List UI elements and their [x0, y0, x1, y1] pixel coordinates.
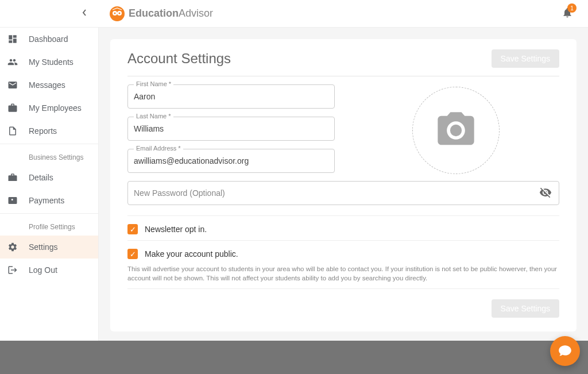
dashboard-icon — [7, 33, 18, 45]
camera-icon — [432, 109, 480, 152]
first-name-label: First Name * — [134, 80, 173, 87]
last-name-input[interactable] — [128, 117, 334, 140]
public-label: Make your account public. — [145, 249, 238, 259]
page-footer — [0, 341, 588, 374]
svg-point-0 — [110, 6, 125, 21]
sidebar-item-label: Dashboard — [29, 34, 68, 44]
students-icon — [7, 56, 18, 68]
briefcase-icon — [7, 172, 18, 183]
newsletter-checkbox[interactable]: ✓ — [127, 224, 138, 234]
sidebar-item-reports[interactable]: Reports — [0, 119, 98, 142]
first-name-input[interactable] — [128, 85, 334, 108]
collapse-sidebar-icon[interactable] — [82, 9, 87, 18]
sidebar-item-label: My Employees — [29, 103, 82, 113]
reports-icon — [7, 125, 18, 137]
sidebar-item-dashboard[interactable]: Dashboard — [0, 28, 98, 51]
sidebar-section-profile: Profile Settings — [0, 215, 98, 236]
email-label: Email Address * — [134, 145, 183, 152]
sidebar: Dashboard My Students Messages My Employ… — [0, 28, 99, 374]
chat-icon — [558, 344, 572, 358]
sidebar-item-label: Log Out — [29, 265, 57, 275]
sidebar-item-label: Payments — [29, 196, 64, 205]
last-name-label: Last Name * — [134, 113, 173, 119]
notifications-badge: 1 — [567, 3, 577, 13]
sidebar-item-label: My Students — [29, 57, 74, 67]
sidebar-item-label: Messages — [29, 80, 65, 90]
page-title: Account Settings — [127, 51, 231, 67]
sidebar-item-students[interactable]: My Students — [0, 51, 98, 74]
divider — [127, 215, 559, 216]
brand-logo[interactable]: EducationAdvisor — [99, 6, 213, 22]
sidebar-section-business: Business Settings — [0, 145, 98, 166]
toggle-password-visibility[interactable] — [532, 186, 559, 201]
sidebar-item-label: Settings — [29, 242, 58, 252]
sidebar-item-settings[interactable]: Settings — [0, 236, 98, 259]
gear-icon — [7, 241, 18, 253]
avatar-upload[interactable] — [412, 87, 500, 174]
newsletter-label: Newsletter opt in. — [145, 225, 207, 234]
sidebar-item-employees[interactable]: My Employees — [0, 97, 98, 119]
sidebar-item-details[interactable]: Details — [0, 166, 98, 189]
settings-card: Account Settings Save Settings First Nam… — [110, 39, 577, 331]
sidebar-item-label: Reports — [29, 126, 57, 136]
eye-off-icon — [539, 186, 552, 199]
email-input[interactable] — [128, 149, 334, 172]
svg-point-3 — [114, 12, 116, 14]
payments-icon — [7, 195, 18, 206]
sidebar-item-messages[interactable]: Messages — [0, 74, 98, 97]
messages-icon — [7, 79, 18, 91]
chat-button[interactable] — [550, 336, 580, 366]
brand-text: EducationAdvisor — [129, 7, 213, 20]
public-account-checkbox[interactable]: ✓ — [127, 249, 138, 259]
save-button-top[interactable]: Save Settings — [492, 49, 559, 68]
save-button-bottom[interactable]: Save Settings — [492, 299, 559, 318]
divider — [127, 240, 559, 241]
notifications-button[interactable]: 1 — [562, 7, 573, 20]
divider — [0, 213, 98, 214]
sidebar-item-logout[interactable]: Log Out — [0, 259, 98, 282]
svg-point-4 — [119, 12, 121, 14]
password-input[interactable] — [128, 182, 532, 205]
logout-icon — [7, 264, 18, 276]
divider — [0, 144, 98, 144]
public-help-text: This will advertise your account to stud… — [127, 265, 559, 283]
sidebar-item-label: Details — [29, 173, 53, 182]
sidebar-item-payments[interactable]: Payments — [0, 189, 98, 212]
employees-icon — [7, 102, 18, 114]
owl-icon — [109, 6, 125, 22]
